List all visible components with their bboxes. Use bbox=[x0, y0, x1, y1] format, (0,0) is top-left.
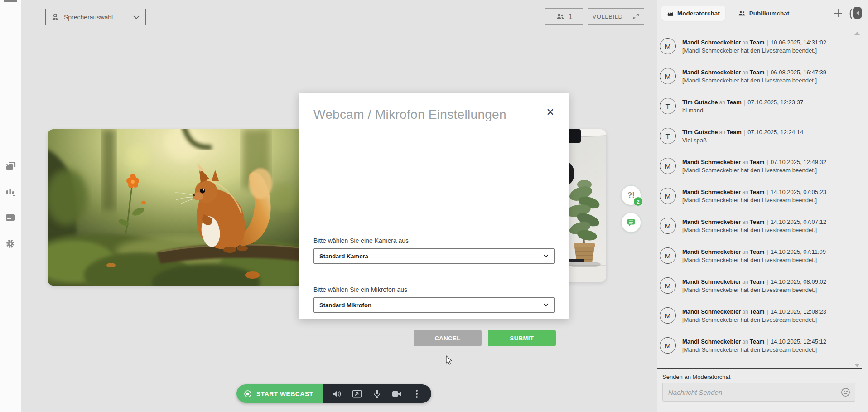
poll-icon[interactable] bbox=[5, 186, 16, 198]
sender-name: Mandi Schmeckebier bbox=[682, 308, 741, 315]
audience-icon bbox=[738, 10, 746, 16]
message-text: [Mandi Schmeckebier hat den Livestream b… bbox=[682, 47, 826, 54]
avatar: M bbox=[660, 38, 676, 54]
camera-select-value: Standard Kamera bbox=[319, 253, 368, 260]
timestamp: 14.10.2025, 08:09:02 bbox=[771, 278, 826, 285]
chat-tabs: Moderatorchat Publikumchat bbox=[661, 6, 795, 21]
camera-select[interactable]: Standard Kamera bbox=[313, 248, 555, 264]
chat-bubble-icon bbox=[626, 218, 636, 228]
record-icon bbox=[244, 390, 252, 398]
message-text: [Mandi Schmeckebier hat den Livestream b… bbox=[682, 226, 826, 234]
sender-name: Mandi Schmeckebier bbox=[682, 338, 741, 345]
speaker-select-dropdown[interactable]: Sprecherauswahl bbox=[45, 9, 146, 25]
chevron-down-icon bbox=[133, 15, 140, 19]
recipient: Team bbox=[727, 129, 742, 136]
submit-button[interactable]: SUBMIT bbox=[488, 330, 556, 346]
message-text: [Mandi Schmeckebier hat den Livestream b… bbox=[682, 166, 826, 174]
camera-icon[interactable] bbox=[389, 384, 405, 403]
chat-panel: Moderatorchat Publikumchat ( M bbox=[657, 0, 868, 412]
connector: an bbox=[741, 189, 749, 195]
mic-icon[interactable] bbox=[369, 384, 385, 403]
volume-icon[interactable] bbox=[329, 384, 345, 403]
timestamp: 06.08.2025, 16:47:39 bbox=[771, 69, 826, 76]
timestamp: 14.10.2025, 07:05:23 bbox=[771, 189, 826, 195]
connector: an bbox=[741, 339, 749, 345]
scroll-down-arrow[interactable] bbox=[854, 364, 860, 367]
message-input[interactable] bbox=[663, 383, 839, 401]
message-text: Viel spaß bbox=[682, 136, 803, 144]
qa-bubble-button[interactable]: ?! 2 bbox=[621, 185, 641, 205]
avatar: M bbox=[660, 68, 676, 84]
tab-publikumchat-label: Publikumchat bbox=[749, 10, 790, 17]
avatar: M bbox=[660, 277, 676, 294]
message-text: [Mandi Schmeckebier hat den Livestream b… bbox=[682, 346, 826, 354]
recipient: Team bbox=[750, 278, 765, 285]
message-text: [Mandi Schmeckebier hat den Livestream b… bbox=[682, 256, 826, 264]
screenshare-icon[interactable] bbox=[349, 384, 365, 403]
fullscreen-button[interactable]: VOLLBILD bbox=[588, 8, 644, 25]
connector: an bbox=[741, 219, 749, 225]
separator: | bbox=[742, 99, 747, 106]
cancel-button[interactable]: CANCEL bbox=[414, 330, 482, 346]
collapse-panel-icon[interactable]: ( bbox=[849, 7, 862, 19]
avatar: M bbox=[660, 337, 676, 354]
scroll-up-arrow[interactable] bbox=[854, 32, 860, 35]
avatar: T bbox=[660, 128, 676, 144]
chat-message: T Tim GutscheanTeam|07.10.2025, 12:23:37… bbox=[660, 98, 864, 114]
chat-message: M Mandi SchmeckebieranTeam|14.10.2025, 0… bbox=[660, 188, 864, 204]
separator: | bbox=[765, 69, 771, 76]
avatar: M bbox=[660, 188, 676, 204]
recipient: Team bbox=[750, 308, 765, 315]
connector: an bbox=[741, 309, 749, 315]
mouse-cursor bbox=[446, 355, 453, 367]
more-icon[interactable] bbox=[409, 384, 425, 403]
left-toolbar bbox=[0, 0, 21, 412]
mic-select[interactable]: Standard Mikrofon bbox=[313, 297, 555, 313]
tab-moderatorchat-label: Moderatorchat bbox=[677, 10, 720, 17]
close-icon[interactable]: ✕ bbox=[546, 107, 555, 118]
separator: | bbox=[742, 129, 747, 136]
recipient: Team bbox=[750, 189, 765, 195]
timestamp: 07.10.2025, 12:23:37 bbox=[747, 99, 803, 106]
sender-name: Mandi Schmeckebier bbox=[682, 189, 741, 195]
collapsed-panel-tab bbox=[4, 0, 17, 2]
timestamp: 07.10.2025, 12:24:14 bbox=[747, 129, 803, 136]
connector: an bbox=[741, 159, 749, 165]
chat-message: T Tim GutscheanTeam|07.10.2025, 12:24:14… bbox=[660, 128, 864, 144]
media-controls bbox=[323, 384, 431, 403]
recipient: Team bbox=[727, 99, 742, 106]
tab-moderatorchat[interactable]: Moderatorchat bbox=[661, 6, 725, 21]
start-webcast-button[interactable]: START WEBCAST bbox=[236, 384, 323, 403]
avatar: M bbox=[660, 218, 676, 234]
recipient: Team bbox=[750, 248, 765, 255]
dialog-title: Webcam / Mikrofon Einstellungen bbox=[313, 107, 506, 122]
avatar: M bbox=[660, 307, 676, 324]
tab-publikumchat[interactable]: Publikumchat bbox=[733, 6, 795, 21]
emoji-icon[interactable] bbox=[839, 385, 852, 399]
recipient: Team bbox=[750, 218, 765, 225]
separator: | bbox=[765, 278, 771, 285]
sender-name: Mandi Schmeckebier bbox=[682, 278, 741, 285]
sender-name: Mandi Schmeckebier bbox=[682, 248, 741, 255]
message-text: hi mandi bbox=[682, 107, 803, 114]
participants-counter[interactable]: 1 bbox=[545, 8, 583, 25]
lower-third-icon[interactable] bbox=[5, 212, 16, 223]
expand-icon bbox=[627, 9, 644, 24]
timestamp: 10.06.2025, 14:31:02 bbox=[771, 39, 826, 46]
connector: an bbox=[741, 39, 749, 46]
chat-bubble-button[interactable] bbox=[621, 213, 641, 233]
settings-icon[interactable] bbox=[5, 238, 16, 250]
chat-message-list: M Mandi SchmeckebieranTeam|10.06.2025, 1… bbox=[660, 38, 864, 354]
select-chevron-icon bbox=[543, 303, 549, 307]
message-text: [Mandi Schmeckebier hat den Livestream b… bbox=[682, 286, 826, 294]
separator: | bbox=[765, 338, 771, 345]
webcam-mic-settings-dialog: Webcam / Mikrofon Einstellungen ✕ Bitte … bbox=[299, 93, 569, 319]
recipient: Team bbox=[750, 159, 765, 165]
chat-message: M Mandi SchmeckebieranTeam|14.10.2025, 1… bbox=[660, 307, 864, 324]
chat-message: M Mandi SchmeckebieranTeam|06.08.2025, 1… bbox=[660, 68, 864, 84]
recipient: Team bbox=[750, 69, 765, 76]
speaker-select-label: Sprecherauswahl bbox=[64, 14, 128, 21]
slides-icon[interactable] bbox=[5, 160, 16, 172]
add-chat-icon[interactable] bbox=[833, 8, 843, 18]
avatar: T bbox=[660, 98, 676, 114]
